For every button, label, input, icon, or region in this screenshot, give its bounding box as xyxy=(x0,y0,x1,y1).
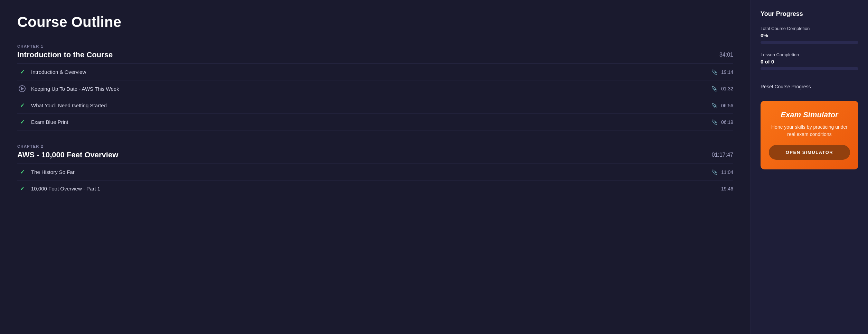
lesson-name-6: 10,000 Foot Overview - Part 1 xyxy=(31,186,719,191)
chapter-header-1: Introduction to the Course34:01 xyxy=(17,50,733,64)
attachment-icon: 📎 xyxy=(711,119,717,125)
total-completion-section: Total Course Completion 0% xyxy=(761,26,858,44)
exam-simulator-card: Exam Simulator Hone your skills by pract… xyxy=(761,101,858,169)
lesson-item-1[interactable]: ✓Introduction & Overview📎19:14 xyxy=(17,64,733,80)
lesson-completion-value: 0 of 0 xyxy=(761,59,858,65)
total-progress-track xyxy=(761,41,858,44)
check-icon: ✓ xyxy=(20,102,25,109)
lesson-item-3[interactable]: ✓What You'll Need Getting Started📎06:56 xyxy=(17,97,733,114)
total-completion-label: Total Course Completion xyxy=(761,26,858,31)
main-content: Course Outline CHAPTER 1Introduction to … xyxy=(0,0,751,334)
lesson-time-5: 11:04 xyxy=(719,169,733,175)
check-icon: ✓ xyxy=(20,69,25,75)
chapter-title-2: AWS - 10,000 Feet Overview xyxy=(17,150,118,159)
exam-simulator-description: Hone your skills by practicing under rea… xyxy=(769,124,850,138)
chapters-container: CHAPTER 1Introduction to the Course34:01… xyxy=(17,44,733,197)
attachment-icon: 📎 xyxy=(711,86,717,91)
exam-simulator-title: Exam Simulator xyxy=(769,110,850,119)
lesson-list-2: ✓The History So Far📎11:04✓10,000 Foot Ov… xyxy=(17,164,733,197)
check-icon: ✓ xyxy=(20,119,25,125)
lesson-list-1: ✓Introduction & Overview📎19:14Keeping Up… xyxy=(17,64,733,130)
attachment-icon: 📎 xyxy=(711,169,717,175)
lesson-item-5[interactable]: ✓The History So Far📎11:04 xyxy=(17,164,733,180)
lesson-name-5: The History So Far xyxy=(31,169,711,175)
lesson-time-2: 01:32 xyxy=(719,86,733,91)
chapter-label-1: CHAPTER 1 xyxy=(17,44,733,48)
attachment-icon: 📎 xyxy=(711,103,717,108)
lesson-meta-4: 📎06:19 xyxy=(711,119,733,125)
chapter-duration-1: 34:01 xyxy=(719,52,733,58)
lesson-meta-1: 📎19:14 xyxy=(711,69,733,75)
lesson-time-3: 06:56 xyxy=(719,103,733,108)
lesson-item-6[interactable]: ✓10,000 Foot Overview - Part 119:46 xyxy=(17,180,733,197)
lesson-progress-track xyxy=(761,67,858,70)
lesson-completion-section: Lesson Completion 0 of 0 xyxy=(761,52,858,70)
chapter-section-1: CHAPTER 1Introduction to the Course34:01… xyxy=(17,44,733,130)
check-icon: ✓ xyxy=(20,185,25,192)
lesson-item-2[interactable]: Keeping Up To Date - AWS This Week📎01:32 xyxy=(17,80,733,97)
progress-title: Your Progress xyxy=(761,10,858,18)
chapter-title-1: Introduction to the Course xyxy=(17,50,113,59)
lesson-meta-5: 📎11:04 xyxy=(711,169,733,175)
play-icon xyxy=(19,85,26,92)
page-title: Course Outline xyxy=(17,14,733,30)
lesson-time-6: 19:46 xyxy=(719,186,733,191)
chapter-header-2: AWS - 10,000 Feet Overview01:17:47 xyxy=(17,150,733,164)
reset-progress-link[interactable]: Reset Course Progress xyxy=(761,84,811,89)
lesson-name-3: What You'll Need Getting Started xyxy=(31,102,711,108)
lesson-completion-label: Lesson Completion xyxy=(761,52,858,57)
lesson-time-1: 19:14 xyxy=(719,69,733,75)
lesson-item-4[interactable]: ✓Exam Blue Print📎06:19 xyxy=(17,114,733,130)
lesson-time-4: 06:19 xyxy=(719,119,733,125)
lesson-meta-2: 📎01:32 xyxy=(711,86,733,91)
chapter-duration-2: 01:17:47 xyxy=(712,152,733,158)
attachment-icon: 📎 xyxy=(711,69,717,75)
play-triangle-icon xyxy=(21,87,24,90)
lesson-meta-6: 19:46 xyxy=(719,186,733,191)
lesson-name-2: Keeping Up To Date - AWS This Week xyxy=(31,86,711,92)
sidebar: Your Progress Total Course Completion 0%… xyxy=(751,0,868,334)
chapter-section-2: CHAPTER 2AWS - 10,000 Feet Overview01:17… xyxy=(17,144,733,197)
open-simulator-button[interactable]: OPEN SIMULATOR xyxy=(769,145,850,160)
total-completion-value: 0% xyxy=(761,32,858,38)
chapter-label-2: CHAPTER 2 xyxy=(17,144,733,148)
lesson-meta-3: 📎06:56 xyxy=(711,103,733,108)
lesson-name-4: Exam Blue Print xyxy=(31,119,711,125)
check-icon: ✓ xyxy=(20,169,25,175)
lesson-name-1: Introduction & Overview xyxy=(31,69,711,75)
